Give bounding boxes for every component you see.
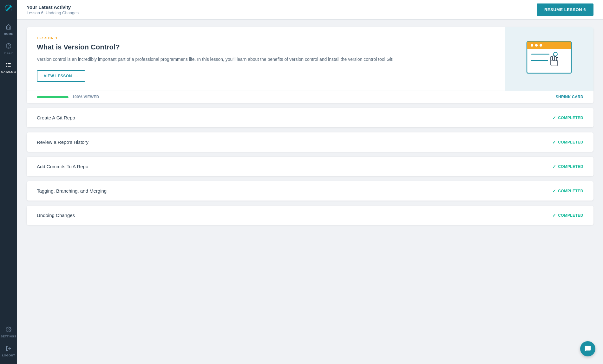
home-icon [6, 24, 11, 31]
mini-lesson-title-1: Review a Repo's History [37, 139, 88, 145]
sidebar-item-catalog[interactable]: CATALOG [0, 58, 17, 77]
check-icon-1: ✓ [552, 140, 556, 145]
lesson-description: Version control is an incredibly importa… [37, 56, 495, 63]
sidebar-item-home[interactable]: HOME [0, 20, 17, 39]
topbar: Your Latest Activity Lesson 6: Undoing C… [17, 0, 603, 20]
sidebar: HOME HELP CATALOG SETTINGS LOGOUT [0, 0, 17, 364]
svg-rect-23 [554, 56, 556, 61]
sidebar-item-logout[interactable]: LOGOUT [0, 342, 17, 361]
mini-lesson-title-3: Tagging, Branching, and Merging [37, 188, 107, 194]
lesson-card-image [505, 27, 593, 91]
sidebar-bottom: SETTINGS LOGOUT [0, 323, 17, 364]
progress-bar-fill [37, 96, 69, 98]
main-content: Your Latest Activity Lesson 6: Undoing C… [17, 0, 603, 364]
shrink-card-button[interactable]: SHRINK CARD [556, 95, 583, 99]
check-icon-4: ✓ [552, 213, 556, 218]
completed-badge-1: ✓ COMPLETED [552, 140, 583, 145]
sidebar-item-help[interactable]: HELP [0, 39, 17, 58]
completed-label-3: COMPLETED [558, 189, 583, 193]
sidebar-item-home-label: HOME [4, 32, 13, 35]
lesson-number: LESSON 1 [37, 36, 495, 40]
completed-label-1: COMPLETED [558, 140, 583, 144]
sidebar-item-help-label: HELP [4, 51, 13, 54]
lesson-list: LESSON 1 What is Version Control? Versio… [17, 20, 603, 364]
lesson-card-mini-2[interactable]: Add Commits To A Repo ✓ COMPLETED [27, 157, 593, 176]
page-subtitle: Lesson 6: Undoing Changes [27, 10, 79, 15]
help-icon [6, 43, 11, 50]
completed-label-0: COMPLETED [558, 116, 583, 120]
lesson-card-footer: 100% VIEWED SHRINK CARD [27, 91, 593, 103]
check-icon-2: ✓ [552, 164, 556, 169]
check-icon-3: ✓ [552, 188, 556, 194]
completed-badge-4: ✓ COMPLETED [552, 213, 583, 218]
lesson-card-info: LESSON 1 What is Version Control? Versio… [27, 27, 505, 91]
svg-point-13 [531, 44, 533, 47]
svg-rect-22 [553, 56, 554, 61]
svg-rect-21 [551, 56, 552, 61]
view-lesson-label: VIEW LESSON [44, 74, 72, 78]
lesson-card-mini-1[interactable]: Review a Repo's History ✓ COMPLETED [27, 132, 593, 152]
sidebar-item-catalog-label: CATALOG [1, 70, 16, 73]
lesson-card-mini-3[interactable]: Tagging, Branching, and Merging ✓ COMPLE… [27, 181, 593, 201]
mini-lesson-title-4: Undoing Changes [37, 213, 75, 218]
completed-label-4: COMPLETED [558, 213, 583, 218]
arrow-right-icon: → [75, 74, 79, 78]
svg-point-8 [8, 329, 10, 330]
sidebar-item-logout-label: LOGOUT [2, 354, 15, 357]
completed-badge-0: ✓ COMPLETED [552, 115, 583, 120]
topbar-left: Your Latest Activity Lesson 6: Undoing C… [27, 4, 79, 15]
logout-icon [6, 346, 11, 353]
settings-icon [6, 327, 11, 334]
view-lesson-button[interactable]: VIEW LESSON → [37, 70, 85, 82]
chat-button[interactable] [580, 341, 595, 356]
completed-label-2: COMPLETED [558, 164, 583, 169]
sidebar-item-settings-label: SETTINGS [1, 335, 16, 338]
progress-label: 100% VIEWED [72, 95, 99, 99]
mini-lesson-title-0: Create A Git Repo [37, 115, 75, 120]
svg-rect-12 [527, 45, 571, 49]
resume-lesson-button[interactable]: RESUME LESSON 6 [537, 3, 593, 16]
sidebar-item-settings[interactable]: SETTINGS [0, 323, 17, 342]
completed-badge-3: ✓ COMPLETED [552, 188, 583, 194]
svg-point-14 [535, 44, 538, 47]
svg-rect-24 [556, 57, 558, 61]
completed-badge-2: ✓ COMPLETED [552, 164, 583, 169]
progress-bar-track [37, 96, 69, 98]
progress-wrap: 100% VIEWED [37, 95, 99, 99]
lesson-card-mini-0[interactable]: Create A Git Repo ✓ COMPLETED [27, 108, 593, 127]
page-title: Your Latest Activity [27, 4, 79, 10]
sidebar-logo[interactable] [0, 0, 17, 17]
catalog-icon [6, 62, 11, 69]
mini-lesson-title-2: Add Commits To A Repo [37, 164, 88, 169]
svg-point-15 [540, 44, 542, 47]
lesson-title: What is Version Control? [37, 43, 495, 51]
sidebar-nav: HOME HELP CATALOG [0, 20, 17, 323]
lesson-card-expanded: LESSON 1 What is Version Control? Versio… [27, 27, 593, 103]
check-icon-0: ✓ [552, 115, 556, 120]
lesson-card-body: LESSON 1 What is Version Control? Versio… [27, 27, 593, 91]
lesson-card-mini-4[interactable]: Undoing Changes ✓ COMPLETED [27, 206, 593, 225]
